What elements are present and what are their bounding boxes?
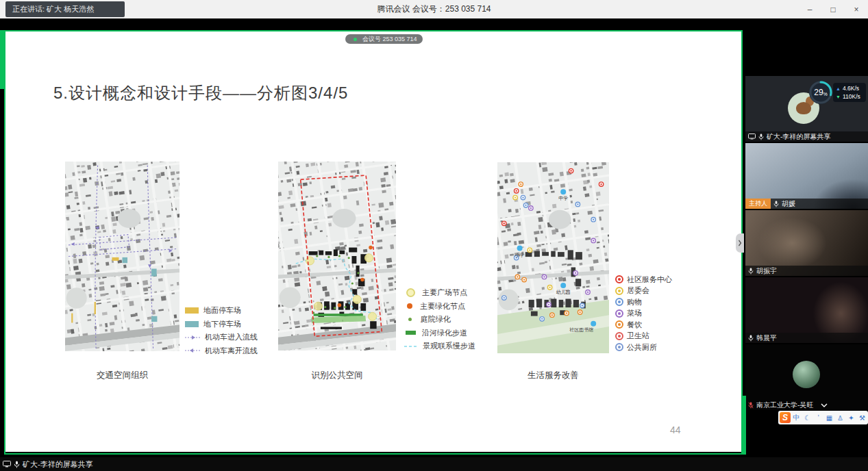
mic-icon <box>748 268 754 275</box>
window-titlebar: 腾讯会议 会议号：253 035 714 正在讲话: 矿大 杨天浩然 – □ × <box>0 0 868 18</box>
speaking-banner: 正在讲话: 矿大 杨天浩然 <box>5 1 125 17</box>
video-tile-participant[interactable]: 胡振宇 <box>745 210 868 276</box>
bottom-status-bar: 矿大-李祥的屏幕共享 <box>0 457 868 471</box>
soft-keyboard-button[interactable]: ▦ <box>824 414 834 422</box>
meeting-id-badge: 会议号 253 035 714 <box>345 34 423 44</box>
legend-item: 机动车离开流线 <box>185 344 258 358</box>
page-number: 44 <box>670 424 681 435</box>
screen-share-icon <box>3 461 11 468</box>
green-node-icon <box>407 303 412 309</box>
neighborhood-committee-icon <box>615 287 623 295</box>
courtyard-green-icon <box>408 318 412 321</box>
cpu-percent: 29 <box>814 88 823 97</box>
legend-item: 地面停车场 <box>185 304 258 318</box>
screen-share-border-accent-right <box>741 396 746 455</box>
punctuation-button[interactable]: ’ <box>813 414 823 422</box>
sogou-logo-icon[interactable]: S <box>780 412 791 423</box>
legend-item: 主要广场节点 <box>404 286 475 300</box>
legend-item: 菜场 <box>615 308 672 320</box>
chevron-right-icon <box>738 240 742 246</box>
flow-out-arrow-icon <box>185 348 200 353</box>
health-station-icon <box>615 332 623 340</box>
legend-item: 主要绿化节点 <box>404 300 475 314</box>
riverside-walk-swatch <box>406 331 416 335</box>
video-tile-participant[interactable]: 韩晨平 <box>745 277 868 343</box>
host-badge: 主持人 <box>745 199 771 209</box>
tile-label: 南京工业大学-吴旺 <box>745 400 868 410</box>
legend-item: 公共厕所 <box>615 342 672 353</box>
screen-share-icon <box>748 133 756 140</box>
sidebar-collapse-handle[interactable] <box>736 233 744 253</box>
caption-life-services: 生活服务改善 <box>497 370 609 381</box>
plaza-node-icon <box>406 288 415 297</box>
underground-parking-swatch <box>185 321 199 327</box>
avatar <box>793 361 820 388</box>
mic-icon <box>14 461 20 468</box>
caption-public-space: 识别公共空间 <box>278 370 396 381</box>
legend-item: 地下停车场 <box>185 318 258 331</box>
legend-item: 餐饮 <box>615 319 672 331</box>
shopping-icon <box>615 298 623 306</box>
mic-icon <box>748 335 754 342</box>
svg-text:中学: 中学 <box>558 196 568 201</box>
legend-public-space: 主要广场节点 主要绿化节点 庭院绿化 沿河绿化步道 景观联系慢步道 <box>404 286 475 353</box>
participant-name: 胡媛 <box>782 199 795 209</box>
participant-name: 韩晨平 <box>756 333 777 343</box>
caption-traffic: 交通空间组织 <box>65 370 179 381</box>
toolbox-button[interactable]: ⚒ <box>857 414 867 422</box>
flow-in-arrow-icon <box>185 335 200 340</box>
upload-arrow-icon: ▲ <box>836 86 841 91</box>
market-icon <box>615 309 623 318</box>
participant-name: 南京工业大学-吴旺 <box>756 400 813 410</box>
legend-item: 庭院绿化 <box>404 313 475 327</box>
close-button[interactable]: × <box>852 5 861 14</box>
surface-parking-swatch <box>185 307 199 314</box>
mic-icon <box>758 133 764 140</box>
minimize-button[interactable]: – <box>805 5 815 14</box>
svg-text:幼儿园: 幼儿园 <box>556 290 571 295</box>
tile-label: 主持人 胡媛 <box>745 199 868 209</box>
video-tile-share-preview[interactable]: 29 % ▲ 4.6K/s ▼ 110K/s 矿大-李祥的屏幕共享 <box>745 76 868 142</box>
chevron-down-icon[interactable] <box>820 403 828 408</box>
map-public-space <box>278 162 396 351</box>
dining-icon <box>615 320 623 329</box>
landscape-path-icon <box>404 344 418 348</box>
legend-item: 购物 <box>615 296 672 308</box>
legend-traffic: 地面停车场 地下停车场 机动车进入流线 机动车离开流线 <box>185 304 258 357</box>
tile-label: 韩晨平 <box>745 333 868 343</box>
participant-name: 胡振宇 <box>756 266 777 276</box>
download-arrow-icon: ▼ <box>836 94 841 99</box>
tile-label: 矿大-李祥的屏幕共享 <box>745 131 868 142</box>
svg-text:社区图书馆: 社区图书馆 <box>569 327 593 333</box>
download-speed: 110K/s <box>843 93 860 100</box>
chinese-mode-button[interactable]: 中 <box>791 413 802 422</box>
halfwidth-moon-button[interactable]: ☾ <box>802 414 813 422</box>
community-center-icon <box>615 275 623 283</box>
network-stats: ▲ 4.6K/s ▼ 110K/s <box>833 83 866 102</box>
video-tile-participant[interactable]: 主持人 胡媛 <box>745 143 868 209</box>
mic-muted-icon <box>748 402 754 409</box>
custom-phrase-button[interactable]: ♙ <box>835 414 845 422</box>
live-dot-icon <box>354 38 357 41</box>
upload-speed: 4.6K/s <box>843 85 859 92</box>
mic-icon <box>773 201 779 207</box>
window-title: 腾讯会议 会议号：253 035 714 <box>0 0 868 18</box>
share-status-label: 矿大-李祥的屏幕共享 <box>23 459 93 470</box>
map-traffic-organization <box>65 162 179 351</box>
video-tile-participant[interactable]: 南京工业大学-吴旺 <box>745 344 868 410</box>
maximize-button[interactable]: □ <box>828 5 838 14</box>
legend-life-services: 社区服务中心 居委会 购物 菜场 餐饮 卫生站 公共厕所 <box>615 274 672 353</box>
legend-item: 机动车进入流线 <box>185 331 258 344</box>
ime-toolbar[interactable]: S 中 ☾ ’ ▦ ♙ ✦ ⚒ <box>778 411 868 424</box>
tile-label: 胡振宇 <box>745 266 868 276</box>
legend-item: 景观联系慢步道 <box>404 340 475 353</box>
legend-item: 卫生站 <box>615 331 672 342</box>
public-toilet-icon <box>615 343 623 351</box>
shared-slide: 5.设计概念和设计手段——分析图3/4/5 中学小学幼儿园社区图书馆 地面停车场… <box>5 31 741 452</box>
legend-item: 居委会 <box>615 285 672 297</box>
slide-title: 5.设计概念和设计手段——分析图3/4/5 <box>53 82 348 104</box>
skin-button[interactable]: ✦ <box>846 414 856 422</box>
map-life-services: 中学小学幼儿园社区图书馆 <box>497 162 609 353</box>
legend-item: 沿河绿化步道 <box>404 327 475 340</box>
tile-name: 矿大-李祥的屏幕共享 <box>767 132 830 142</box>
